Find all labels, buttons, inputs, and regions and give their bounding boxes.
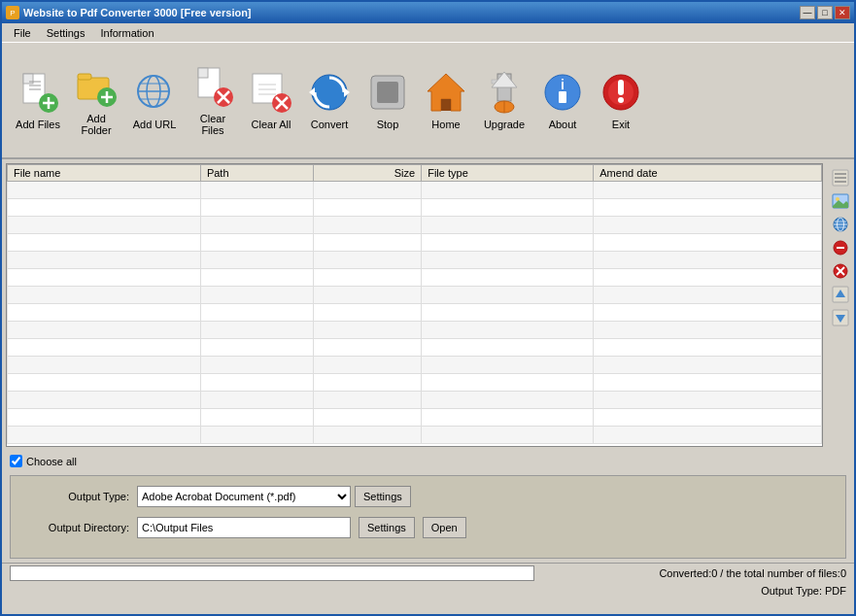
add-files-label: Add Files	[16, 119, 60, 130]
output-type-bar: Output Type: PDF	[2, 583, 854, 599]
clear-all-label: Clear All	[252, 119, 291, 130]
status-bar: Converted:0 / the total number of files:…	[2, 563, 854, 583]
about-button[interactable]: i About	[534, 47, 591, 154]
table-row	[8, 217, 822, 234]
table-row	[8, 322, 822, 339]
sidebar-x-circle-icon[interactable]	[830, 260, 851, 282]
sidebar-image-icon[interactable]	[830, 190, 851, 212]
table-row	[8, 269, 822, 287]
upgrade-icon	[482, 70, 527, 115]
main-area: File name Path Size File type Amend date	[2, 159, 854, 451]
main-window: P Website to Pdf Converter 3000 [Free ve…	[0, 0, 856, 616]
convert-button[interactable]: Convert	[301, 47, 358, 154]
clear-all-button[interactable]: Clear All	[243, 47, 299, 154]
add-url-button[interactable]: Add URL	[126, 47, 183, 154]
title-bar: P Website to Pdf Converter 3000 [Free ve…	[2, 2, 854, 23]
add-url-label: Add URL	[133, 119, 177, 130]
clear-files-icon	[190, 64, 235, 109]
svg-rect-21	[198, 68, 208, 78]
title-bar-buttons: — □ ✕	[800, 6, 850, 19]
close-button[interactable]: ✕	[835, 6, 850, 19]
convert-icon	[307, 70, 352, 115]
window-title: Website to Pdf Converter 3000 [Free vers…	[23, 7, 252, 18]
add-files-icon	[16, 70, 60, 115]
add-folder-button[interactable]: Add Folder	[68, 47, 124, 154]
add-folder-label: Add Folder	[71, 113, 121, 136]
table-row	[8, 409, 822, 427]
table-row	[8, 392, 822, 409]
add-folder-icon	[74, 64, 119, 109]
title-bar-left: P Website to Pdf Converter 3000 [Free ve…	[6, 6, 252, 19]
svg-rect-38	[441, 99, 451, 111]
clear-files-button[interactable]: Clear Files	[185, 47, 241, 154]
exit-button[interactable]: Exit	[593, 47, 649, 154]
output-type-label: Output Type:	[22, 491, 129, 502]
table-row	[8, 357, 822, 374]
svg-point-32	[312, 75, 347, 110]
choose-all-label[interactable]: Choose all	[26, 456, 77, 467]
col-amenddate: Amend date	[594, 165, 822, 182]
svg-rect-45	[559, 91, 566, 103]
menu-bar: File Settings Information	[2, 23, 854, 43]
table-row	[8, 304, 822, 322]
minimize-button[interactable]: —	[800, 6, 815, 19]
stop-icon	[365, 70, 410, 115]
sidebar-globe-icon[interactable]	[830, 214, 851, 235]
table-row	[8, 234, 822, 252]
output-directory-settings-button[interactable]: Settings	[359, 517, 415, 538]
output-directory-label: Output Directory:	[22, 522, 129, 533]
sidebar-down-icon[interactable]	[830, 307, 851, 328]
table-row	[8, 374, 822, 392]
app-icon: P	[6, 6, 19, 19]
window-content: File Settings Information	[2, 23, 854, 614]
stop-button[interactable]: Stop	[360, 47, 416, 154]
file-table-container[interactable]: File name Path Size File type Amend date	[6, 163, 823, 447]
table-row	[8, 199, 822, 217]
home-icon	[424, 70, 468, 115]
svg-rect-11	[78, 74, 91, 80]
about-label: About	[549, 119, 577, 130]
right-sidebar	[827, 163, 854, 451]
table-row	[8, 339, 822, 357]
col-filename: File name	[8, 165, 201, 182]
file-table: File name Path Size File type Amend date	[7, 164, 822, 444]
svg-text:i: i	[561, 77, 565, 92]
output-directory-open-button[interactable]: Open	[423, 517, 466, 538]
exit-icon	[599, 70, 643, 115]
table-row	[8, 252, 822, 269]
home-button[interactable]: Home	[418, 47, 474, 154]
home-label: Home	[431, 119, 460, 130]
add-url-icon	[132, 70, 177, 115]
converted-text: Converted:0 / the total number of files:…	[659, 567, 846, 579]
stop-label: Stop	[377, 119, 399, 130]
col-filetype: File type	[422, 165, 594, 182]
about-icon: i	[540, 70, 585, 115]
maximize-button[interactable]: □	[817, 6, 833, 19]
menu-information[interactable]: Information	[92, 25, 161, 41]
output-type-status: Output Type: PDF	[761, 585, 846, 597]
toolbar: Add Files Add Folder	[2, 43, 854, 159]
add-files-button[interactable]: Add Files	[10, 47, 66, 154]
clear-files-label: Clear Files	[188, 113, 238, 136]
output-directory-row: Output Directory: C:\Output Files Settin…	[22, 517, 834, 538]
svg-rect-36	[377, 82, 398, 103]
sidebar-list-icon[interactable]	[830, 167, 851, 188]
table-row	[8, 182, 822, 199]
sidebar-up-icon[interactable]	[830, 284, 851, 305]
output-directory-input[interactable]: C:\Output Files	[137, 517, 351, 538]
choose-all-checkbox[interactable]	[10, 455, 22, 467]
output-type-select-container: Adobe Acrobat Document (*.pdf) HTML Word…	[137, 486, 411, 507]
upgrade-label: Upgrade	[484, 119, 525, 130]
output-type-settings-button[interactable]: Settings	[355, 486, 411, 507]
sidebar-minus-circle-icon[interactable]	[830, 237, 851, 258]
convert-label: Convert	[311, 119, 349, 130]
menu-file[interactable]: File	[6, 25, 39, 41]
output-type-select[interactable]: Adobe Acrobat Document (*.pdf) HTML Word…	[137, 486, 351, 507]
exit-label: Exit	[612, 119, 630, 130]
col-path: Path	[200, 165, 313, 182]
menu-settings[interactable]: Settings	[39, 25, 93, 41]
svg-rect-49	[618, 97, 624, 103]
choose-all-row: Choose all	[2, 451, 854, 471]
svg-rect-48	[618, 80, 624, 95]
upgrade-button[interactable]: Upgrade	[476, 47, 532, 154]
